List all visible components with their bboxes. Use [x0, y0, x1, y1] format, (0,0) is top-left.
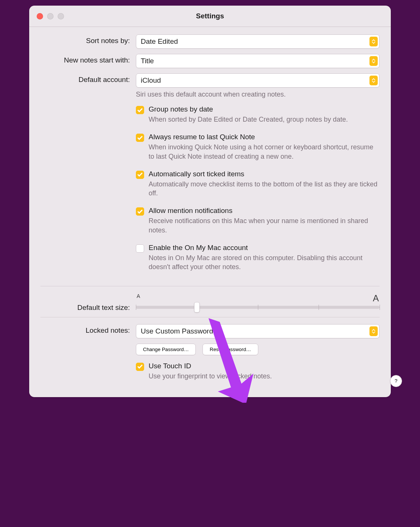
change-password-button[interactable]: Change Password… [136, 344, 196, 355]
reset-password-button[interactable]: Reset Password… [203, 344, 258, 355]
slider-min-glyph: A [137, 293, 140, 304]
checkbox-resume-quick-note[interactable] [136, 134, 144, 142]
chevron-up-down-icon [369, 37, 378, 46]
option-auto-sort-ticked: Automatically sort ticked items Automati… [136, 170, 380, 198]
chevron-up-down-icon [369, 326, 378, 336]
option-resume-quick-note: Always resume to last Quick Note When in… [136, 133, 380, 161]
select-sort-notes-by[interactable]: Date Edited [136, 34, 380, 49]
slider-tick [380, 305, 380, 310]
checkbox-label: Automatically sort ticked items [149, 170, 380, 178]
slider-tick [258, 305, 258, 310]
row-new-notes-start-with: New notes start with: Title [40, 54, 380, 68]
select-new-notes-start-with[interactable]: Title [136, 54, 380, 68]
slider-tick [319, 305, 319, 310]
chevron-up-down-icon [369, 56, 378, 66]
checkbox-label: Allow mention notifications [149, 207, 380, 215]
slider-thumb[interactable] [194, 302, 200, 313]
option-group-notes-by-date: Group notes by date When sorted by Date … [136, 105, 380, 124]
row-text-size: Default text size: A A [40, 293, 380, 312]
checkbox-label: Use Touch ID [149, 362, 272, 370]
divider [40, 317, 380, 317]
titlebar: Settings [29, 6, 391, 27]
label-new-notes-start-with: New notes start with: [40, 54, 136, 64]
checkbox-desc: Use your fingerprint to view locked note… [149, 372, 272, 381]
checkbox-label: Enable the On My Mac account [149, 244, 380, 252]
window-title: Settings [29, 12, 391, 20]
hint-default-account: Siri uses this default account when crea… [136, 91, 380, 98]
checkbox-mention-notifications[interactable] [136, 207, 144, 216]
slider-max-glyph: A [373, 293, 379, 304]
content: Sort notes by: Date Edited New notes sta… [29, 27, 391, 397]
option-touch-id: Use Touch ID Use your fingerprint to vie… [136, 362, 380, 381]
label-default-account: Default account: [40, 73, 136, 84]
row-default-account: Default account: iCloud Siri uses this d… [40, 73, 380, 98]
checkbox-touch-id[interactable] [136, 363, 144, 371]
label-sort-notes-by: Sort notes by: [40, 34, 136, 45]
label-text-size: Default text size: [40, 293, 136, 312]
select-value: Date Edited [141, 37, 178, 46]
checkbox-label: Group notes by date [149, 105, 348, 113]
checkbox-group-notes-by-date[interactable] [136, 106, 144, 114]
checkbox-desc: Notes in On My Mac are stored on this co… [149, 253, 380, 272]
select-value: Title [141, 57, 154, 65]
select-locked-notes[interactable]: Use Custom Password [136, 324, 380, 338]
divider [40, 286, 380, 286]
select-value: Use Custom Password [141, 327, 213, 335]
checkbox-label: Always resume to last Quick Note [149, 133, 380, 141]
chevron-up-down-icon [369, 76, 378, 85]
checkbox-desc: When sorted by Date Edited or Date Creat… [149, 115, 348, 124]
checkbox-auto-sort-ticked[interactable] [136, 171, 144, 179]
slider-track[interactable] [136, 306, 380, 309]
option-on-my-mac: Enable the On My Mac account Notes in On… [136, 244, 380, 272]
select-default-account[interactable]: iCloud [136, 73, 380, 88]
row-locked-notes: Locked notes: Use Custom Password Change… [40, 324, 380, 381]
select-value: iCloud [141, 76, 161, 85]
slider-text-size[interactable]: A A [136, 293, 380, 309]
help-button[interactable]: ? [390, 375, 402, 387]
option-mention-notifications: Allow mention notifications Receive noti… [136, 207, 380, 235]
checkbox-desc: Receive notifications on this Mac when y… [149, 216, 380, 235]
row-sort-notes-by: Sort notes by: Date Edited [40, 34, 380, 49]
settings-window: Settings Sort notes by: Date Edited New … [29, 6, 391, 397]
checkbox-desc: When invoking Quick Note using a hot cor… [149, 143, 380, 161]
checkbox-desc: Automatically move checklist items to th… [149, 180, 380, 198]
slider-tick [136, 305, 136, 310]
checkbox-on-my-mac[interactable] [136, 244, 144, 253]
label-locked-notes: Locked notes: [40, 324, 136, 335]
